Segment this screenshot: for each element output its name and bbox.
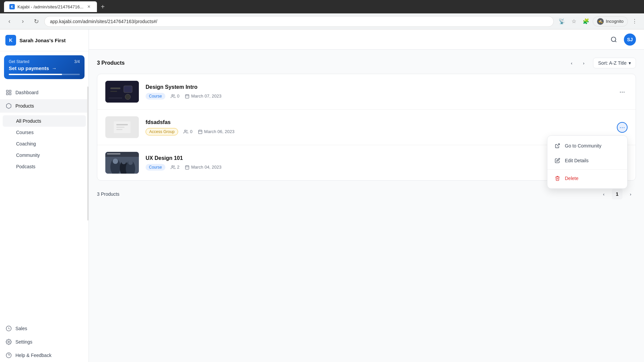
svg-rect-1 bbox=[9, 90, 11, 92]
more-options-icon[interactable]: ⋮ bbox=[629, 16, 640, 27]
app-container: K Sarah Jonas's First Get Started 3/4 Se… bbox=[0, 29, 644, 362]
incognito-avatar: 🕵 bbox=[597, 18, 604, 25]
sidebar-item-label-dashboard: Dashboard bbox=[15, 90, 39, 95]
address-bar[interactable]: app.kajabi.com/admin/sites/2147647163/pr… bbox=[44, 16, 554, 27]
svg-rect-26 bbox=[198, 130, 202, 134]
product-date-2: March 06, 2023 bbox=[198, 129, 234, 134]
svg-line-9 bbox=[615, 41, 616, 42]
sidebar-item-podcasts[interactable]: Podcasts bbox=[0, 161, 89, 172]
svg-point-8 bbox=[611, 37, 616, 41]
svg-line-30 bbox=[557, 144, 559, 146]
forward-button[interactable]: › bbox=[17, 16, 28, 27]
banner-title: Set up payments → bbox=[9, 65, 80, 71]
sidebar-item-sales[interactable]: Sales bbox=[0, 322, 89, 335]
get-started-banner[interactable]: Get Started 3/4 Set up payments → bbox=[4, 55, 85, 79]
footer-next-button[interactable]: › bbox=[625, 189, 636, 199]
header-pagination: ‹ › bbox=[566, 58, 589, 68]
sidebar: K Sarah Jonas's First Get Started 3/4 Se… bbox=[0, 29, 89, 362]
footer-prev-button[interactable]: ‹ bbox=[598, 189, 609, 199]
delete-item[interactable]: Delete bbox=[547, 171, 627, 186]
main-header: SJ bbox=[89, 29, 644, 50]
tab-favicon: K bbox=[9, 4, 15, 9]
user-avatar[interactable]: SJ bbox=[624, 34, 636, 46]
delete-label: Delete bbox=[565, 176, 578, 181]
svg-point-25 bbox=[184, 130, 186, 131]
incognito-button[interactable]: 🕵 Incognito bbox=[593, 16, 628, 26]
search-button[interactable] bbox=[608, 34, 620, 46]
site-name: Sarah Jonas's First bbox=[19, 38, 66, 43]
sidebar-item-settings[interactable]: Settings bbox=[0, 335, 89, 349]
svg-rect-3 bbox=[6, 93, 8, 95]
trash-icon bbox=[554, 175, 561, 182]
current-page: 1 bbox=[612, 189, 623, 199]
product-row: Design System Intro Course 0 March 07, 2… bbox=[97, 74, 636, 110]
extension-icon[interactable]: 🧩 bbox=[581, 16, 591, 27]
product-badge-3: Course bbox=[146, 164, 165, 171]
svg-point-36 bbox=[121, 160, 126, 164]
banner-label-row: Get Started 3/4 bbox=[9, 59, 80, 64]
svg-rect-11 bbox=[110, 87, 120, 89]
sidebar-item-products[interactable]: Products bbox=[0, 99, 89, 113]
svg-point-5 bbox=[8, 341, 10, 343]
product-meta-3: Course 2 March 04, 2023 bbox=[146, 164, 610, 171]
product-row: fdsadsfas Access Group 0 March 06, 2023 bbox=[97, 110, 636, 145]
menu-divider bbox=[547, 169, 627, 170]
product-title-3: UX Design 101 bbox=[146, 155, 610, 161]
svg-rect-39 bbox=[107, 153, 120, 155]
svg-point-35 bbox=[113, 159, 118, 164]
browser-chrome: K Kajabi - /admin/sites/214764716... ✕ + bbox=[0, 0, 644, 13]
product-badge-1: Course bbox=[146, 93, 165, 100]
sidebar-item-community[interactable]: Community bbox=[0, 149, 89, 161]
browser-tab[interactable]: K Kajabi - /admin/sites/214764716... ✕ bbox=[4, 1, 97, 12]
prev-page-button[interactable]: ‹ bbox=[566, 58, 577, 68]
go-to-community-label: Go to Community bbox=[565, 143, 601, 148]
tab-close-button[interactable]: ✕ bbox=[86, 4, 92, 9]
header-actions: SJ bbox=[608, 34, 636, 46]
banner-label: Get Started bbox=[9, 59, 29, 64]
sort-button[interactable]: Sort: A-Z Title ▾ bbox=[593, 58, 636, 68]
settings-icon bbox=[5, 339, 12, 345]
banner-progress-fill bbox=[9, 74, 62, 75]
sidebar-item-dashboard[interactable]: Dashboard bbox=[0, 86, 89, 99]
sidebar-item-all-products[interactable]: All Products bbox=[3, 115, 86, 127]
back-button[interactable]: ‹ bbox=[4, 16, 15, 27]
svg-rect-15 bbox=[109, 98, 122, 99]
banner-arrow: → bbox=[52, 65, 57, 71]
svg-rect-17 bbox=[185, 95, 189, 98]
svg-point-14 bbox=[125, 94, 130, 100]
svg-rect-13 bbox=[124, 86, 132, 93]
help-icon bbox=[5, 352, 12, 359]
product-more-button-2[interactable]: ··· bbox=[617, 122, 628, 133]
go-to-community-item[interactable]: Go to Community bbox=[547, 138, 627, 153]
svg-rect-22 bbox=[116, 124, 128, 125]
bookmark-icon[interactable]: ☆ bbox=[569, 16, 579, 27]
sidebar-scrollbar[interactable] bbox=[87, 86, 89, 221]
product-more-button-1[interactable]: ··· bbox=[617, 86, 628, 97]
sidebar-item-coaching[interactable]: Coaching bbox=[0, 138, 89, 149]
thumbnail-image-1 bbox=[105, 81, 139, 103]
product-thumbnail-3 bbox=[105, 152, 139, 174]
new-tab-button[interactable]: + bbox=[101, 3, 105, 11]
sidebar-item-help[interactable]: Help & Feedback bbox=[0, 349, 89, 362]
external-link-icon bbox=[554, 142, 561, 149]
tab-title: Kajabi - /admin/sites/214764716... bbox=[17, 4, 84, 9]
svg-rect-23 bbox=[116, 127, 124, 128]
reload-button[interactable]: ↻ bbox=[31, 16, 42, 27]
svg-rect-10 bbox=[105, 81, 139, 103]
main-content: SJ 3 Products ‹ › Sort: A-Z Title ▾ bbox=[89, 29, 644, 362]
product-thumbnail-1 bbox=[105, 81, 139, 103]
product-info-3: UX Design 101 Course 2 March 04, 2023 bbox=[146, 155, 610, 171]
product-date-1: March 07, 2023 bbox=[185, 94, 221, 99]
product-info-1: Design System Intro Course 0 March 07, 2… bbox=[146, 84, 610, 100]
sidebar-item-label-products: Products bbox=[15, 103, 34, 109]
edit-details-item[interactable]: Edit Details bbox=[547, 153, 627, 168]
sidebar-item-courses[interactable]: Courses bbox=[0, 127, 89, 138]
sales-icon bbox=[5, 325, 12, 332]
product-thumbnail-2 bbox=[105, 116, 139, 138]
products-list: Design System Intro Course 0 March 07, 2… bbox=[97, 74, 636, 181]
edit-details-label: Edit Details bbox=[565, 158, 589, 163]
dashboard-icon bbox=[5, 89, 12, 96]
next-page-button[interactable]: › bbox=[578, 58, 589, 68]
product-context-menu: Go to Community Edit Details bbox=[547, 135, 628, 189]
screen-share-icon[interactable]: 📡 bbox=[556, 16, 567, 27]
